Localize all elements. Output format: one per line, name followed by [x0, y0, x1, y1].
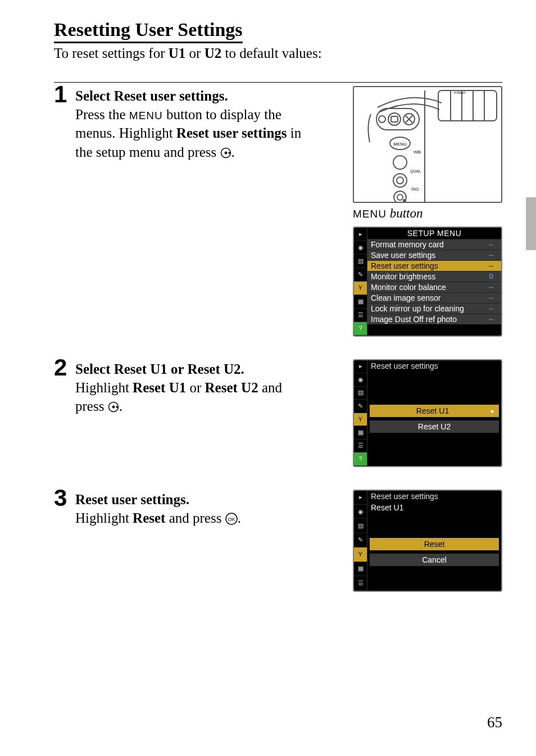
tab-icon: ✎	[354, 268, 367, 282]
svg-text:WB: WB	[414, 150, 421, 155]
tab-icon: ◉	[354, 241, 367, 255]
menu-row: Clean image sensor--	[367, 292, 501, 303]
lcd-title: Reset user settings	[367, 491, 501, 502]
multiselector-right-icon	[220, 144, 231, 164]
tab-icon-setup: Y	[354, 547, 367, 562]
tab-icon: ▧	[354, 519, 367, 533]
tab-icon: ☰	[354, 440, 367, 453]
tab-icon: ▧	[354, 255, 367, 268]
svg-point-8	[388, 113, 401, 125]
tab-icon: ▸	[354, 491, 367, 505]
tab-icon: ◉	[354, 373, 367, 387]
camera-diagram: MENU WB QUAL ISO FORMAT	[353, 86, 502, 203]
menu-row: Monitor color balance--	[367, 282, 501, 292]
lcd-title: Reset user settings	[367, 360, 501, 372]
tab-icon: ▸	[354, 360, 367, 374]
svg-point-17	[397, 177, 403, 184]
lcd-side-tabs: ▸ ◉ ▧ ✎ Y ▦ ☰ ?	[354, 360, 367, 466]
lcd-side-tabs: ▸ ◉ ▧ ✎ Y ▦ ☰	[354, 491, 367, 591]
tab-icon-help: ?	[354, 452, 367, 466]
divider	[54, 82, 502, 83]
option-reset-u2: Reset U2	[370, 420, 499, 433]
svg-point-1	[224, 152, 227, 155]
svg-text:MENU: MENU	[393, 142, 407, 147]
menu-row: Lock mirror up for cleaning--	[367, 303, 501, 314]
step-heading: Select Reset U1 or Reset U2.	[75, 361, 342, 377]
page-number: 65	[487, 714, 502, 731]
svg-text:OK: OK	[228, 516, 235, 522]
svg-text:FORMAT: FORMAT	[454, 91, 466, 94]
step-heading: Select Reset user settings.	[75, 88, 342, 104]
step-heading: Reset user settings.	[75, 492, 342, 508]
menu-row: Format memory card--	[367, 239, 501, 250]
tab-icon: ▧	[354, 387, 367, 400]
svg-rect-9	[391, 116, 398, 122]
tab-icon: ▦	[354, 562, 367, 576]
tab-icon: ◉	[354, 505, 367, 519]
chevron-right-icon: ▸	[491, 407, 494, 415]
lcd-setup-menu: ▸ ◉ ▧ ✎ Y ▦ ☰ ? SETUP MENU Format memory…	[353, 227, 502, 337]
menu-row-selected: Reset user settings--	[367, 260, 501, 271]
tab-icon: ☰	[354, 309, 367, 322]
menu-button-caption: MENU button	[353, 206, 502, 221]
step-number: 2	[54, 356, 75, 379]
svg-text:QUAL: QUAL	[410, 169, 421, 174]
menu-word-inline: MENU	[129, 110, 163, 121]
lcd-title: SETUP MENU	[367, 228, 501, 239]
tab-icon-setup: Y	[354, 282, 367, 295]
intro-text: To reset settings for U1 or U2 to defaul…	[54, 44, 502, 63]
step-3: 3 Reset user settings. Highlight Reset a…	[54, 490, 502, 592]
option-reset-u1: Reset U1▸	[370, 405, 499, 417]
step-text: Press the MENU button to display the men…	[75, 105, 311, 164]
svg-point-20	[403, 200, 406, 202]
menu-row: Save user settings--	[367, 250, 501, 260]
tab-icon: ☰	[354, 576, 367, 590]
tab-icon: ▦	[354, 295, 367, 309]
multiselector-right-icon	[108, 399, 119, 418]
tab-icon-setup: Y	[354, 413, 367, 427]
svg-point-13	[379, 116, 385, 123]
step-1: 1 Select Reset user settings. Press the …	[54, 86, 502, 337]
lcd-side-tabs: ▸ ◉ ▧ ✎ Y ▦ ☰ ?	[354, 228, 367, 336]
step-text: Highlight Reset U1 or Reset U2 and press…	[75, 378, 311, 418]
tab-icon-help: ?	[354, 322, 367, 336]
svg-point-19	[397, 194, 403, 200]
step-number: 3	[54, 486, 75, 510]
page-title: Resetting User Settings	[54, 19, 243, 43]
step-text: Highlight Reset and press OK.	[75, 509, 311, 530]
menu-row: Monitor brightness0	[367, 271, 501, 282]
tab-icon: ▦	[354, 426, 367, 440]
option-reset: Reset	[370, 538, 499, 550]
side-thumb-tab	[526, 197, 536, 250]
ok-button-icon: OK	[225, 511, 238, 530]
step-2: 2 Select Reset U1 or Reset U2. Highlight…	[54, 359, 502, 467]
tab-icon: ✎	[354, 533, 367, 547]
svg-point-27	[112, 406, 115, 409]
lcd-reset-confirm: ▸ ◉ ▧ ✎ Y ▦ ☰ Reset user settings Reset …	[353, 490, 502, 592]
svg-point-16	[393, 174, 407, 187]
svg-text:ISO: ISO	[411, 187, 419, 192]
svg-rect-2	[438, 90, 497, 121]
menu-row: Image Dust Off ref photo--	[367, 314, 501, 324]
tab-icon: ✎	[354, 400, 367, 413]
lcd-reset-pick: ▸ ◉ ▧ ✎ Y ▦ ☰ ? Reset user settings Rese…	[353, 359, 502, 467]
lcd-subtitle: Reset U1	[367, 502, 501, 513]
svg-point-15	[393, 156, 407, 169]
step-number: 1	[54, 83, 75, 106]
tab-icon: ▸	[354, 228, 367, 241]
option-cancel: Cancel	[370, 554, 499, 566]
